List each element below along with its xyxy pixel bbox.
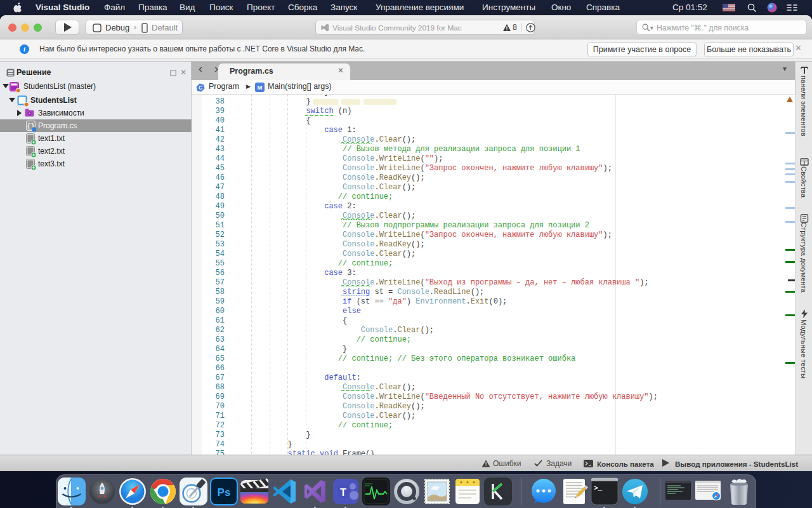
svg-text:M: M [258,84,263,91]
svg-text:Ps: Ps [218,486,231,498]
svg-text:C: C [199,84,202,91]
svg-text:T: T [340,487,346,498]
svg-text:>_: >_ [594,485,603,492]
